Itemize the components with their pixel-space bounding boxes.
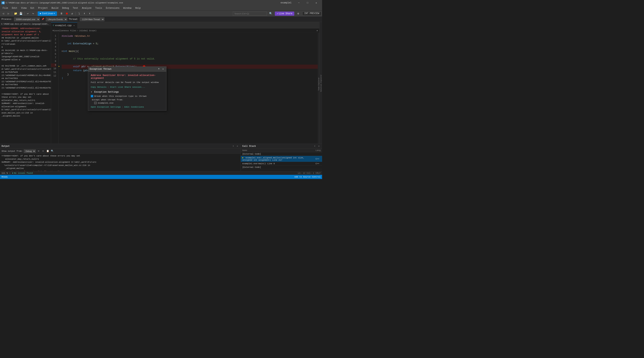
callstack-row-2-lang: C++ [314, 156, 322, 162]
show-from-select[interactable]: Debug [24, 149, 36, 153]
toolbar-save-btn[interactable]: 💾 [18, 11, 23, 16]
table-row[interactable]: example1.exe!main() Line 9 C++ [241, 162, 322, 165]
line-num-1: 1 [51, 34, 56, 38]
toolbar-redo-btn[interactable]: ↪ [31, 11, 36, 16]
exception-close-button[interactable]: ✕ [161, 67, 165, 71]
output-toolbar-btn3[interactable]: 📋 [46, 149, 49, 153]
lifecycle-select[interactable]: Lifecycle Events [46, 18, 67, 21]
output-line-3: SUMMARY: AddressSanitizer: invalid-alloc… [2, 161, 239, 164]
menu-view[interactable]: View [19, 6, 28, 10]
active-frame-icon: ▶ [242, 157, 244, 159]
menu-build[interactable]: Build [50, 6, 60, 10]
menu-edit[interactable]: Edit [10, 6, 19, 10]
code-line-4 [62, 46, 319, 49]
line-num-12: 12 [51, 74, 56, 78]
callstack-row-2-name: ▶ example1.exe!_aligned_malloc(unsigned … [241, 156, 314, 162]
menu-git[interactable]: Git [28, 6, 36, 10]
toolbar-step-into-btn[interactable]: ⬇ [82, 11, 87, 16]
open-exception-settings-link[interactable]: Open Exception Settings [91, 106, 121, 108]
toolbar-open-btn[interactable]: 📁 [13, 11, 18, 16]
toolbar-forward-btn[interactable]: ▷ [6, 11, 11, 16]
toolbar-stop-btn[interactable]: ⏹ [64, 11, 69, 16]
callstack-col-name[interactable]: Name [241, 149, 314, 152]
output-panel-controls: ⬆ ✕ [232, 144, 239, 148]
code-line-6 [62, 53, 319, 57]
callstack-row-3-name: example1.exe!main() Line 9 [241, 162, 314, 165]
terminal-line-2: #0 0x161723 in _aligned_malloc D:\A01\_w… [2, 36, 49, 46]
menu-window[interactable]: Window [122, 6, 133, 10]
int-preview-button[interactable]: INT PREVIEW [302, 12, 321, 16]
table-row[interactable]: [External Code] [241, 165, 322, 169]
menu-analyze[interactable]: Analyze [80, 6, 93, 10]
menu-tools[interactable]: Tools [94, 6, 104, 10]
continue-button[interactable]: ▶ Continue ▼ [38, 11, 57, 16]
output-toolbar-btn2[interactable]: ⊟ [42, 149, 45, 153]
table-row[interactable]: ▶ example1.exe!_aligned_malloc(unsigned … [241, 156, 322, 162]
toolbar-restart-btn[interactable]: ↺ [70, 11, 74, 16]
toolbar-undo-btn[interactable]: ↩ [25, 11, 30, 16]
menu-project[interactable]: Project [36, 6, 50, 10]
breadcrumb-source: Miscellaneous Files [52, 30, 76, 32]
search-input[interactable] [233, 12, 267, 16]
callstack-row-4-lang [314, 165, 322, 169]
table-row[interactable]: [External Code] [241, 152, 322, 156]
toolbar-step-out-btn[interactable]: ⬆ [87, 11, 92, 16]
title-bar-left: C:\MSDN\cpp-docs-pr\docs\c-language\ASAN… [2, 1, 123, 4]
menu-debug[interactable]: Debug [60, 6, 71, 10]
window-controls: ─ □ ✕ [294, 0, 320, 6]
menu-help[interactable]: Help [133, 6, 142, 10]
live-share-icon: ↗ [277, 12, 278, 15]
toolbar-sep-3 [36, 12, 37, 16]
editor-tab-example1[interactable]: C example1.cpp ✕ [51, 22, 77, 28]
output-line-5: _aligned_malloc [2, 167, 239, 170]
break-when-thrown-checkbox[interactable] [91, 95, 93, 97]
pin-icon: 📌 [42, 18, 44, 21]
line-num-7: 7 [51, 56, 56, 60]
exception-pin-button[interactable]: 🖈 [157, 67, 160, 71]
continue-dropdown-icon[interactable]: ▼ [54, 13, 55, 15]
close-button[interactable]: ✕ [312, 0, 320, 6]
output-toolbar-btn1[interactable]: ⊞ [37, 149, 40, 153]
callstack-close-icon[interactable]: ✕ [317, 144, 320, 148]
menu-file[interactable]: File [1, 6, 10, 10]
example-exe-checkbox[interactable] [94, 102, 97, 104]
zoom-level[interactable]: 111 % [2, 172, 8, 174]
minimize-button[interactable]: ─ [294, 0, 303, 6]
exception-title-label: Exception Thrown [90, 68, 112, 70]
tab-close-button[interactable]: ✕ [73, 24, 75, 27]
solution-explorer-label[interactable]: Solution Explorer [320, 74, 322, 92]
callstack-expand-icon[interactable]: ⬆ [313, 144, 316, 148]
encoding-label: CRLF [316, 172, 320, 174]
callstack-col-lang[interactable]: Lang [314, 149, 322, 152]
copy-details-link[interactable]: Copy Details [91, 86, 106, 88]
thread-select[interactable]: 11204 Main Thread [80, 18, 104, 21]
maximize-button[interactable]: □ [303, 0, 312, 6]
no-issues-label: No issues found [14, 172, 33, 174]
edit-conditions-link[interactable]: Edit Conditions [124, 106, 144, 108]
terminal-line-8: #4 0x77447553 (C:\WINDOWS\SYSTEM32\ntdll… [2, 77, 49, 83]
toolbar-pause-btn[interactable]: ⏸ [59, 11, 64, 16]
menu-test[interactable]: Test [71, 6, 80, 10]
ready-label: Ready [2, 176, 8, 178]
output-close-icon[interactable]: ✕ [236, 144, 239, 148]
process-select[interactable]: 50984 example1.exe [14, 18, 40, 21]
toolbar-right: 🔍 ↗ Live Share ⚙ INT PREVIEW [233, 11, 321, 16]
output-line-2: allocator_may_return_null=1 [2, 158, 239, 161]
breadcrumb-scope: (Global Scope) [79, 30, 96, 32]
team-explorer-label[interactable]: Team Explorer [318, 77, 320, 91]
add-source-control-link[interactable]: Add to Source Control [294, 176, 320, 178]
terminal-line-1: =59984==ERROR: AddressSanitizer: invalid… [2, 27, 49, 36]
toolbar-settings-icon[interactable]: ⚙ [296, 11, 301, 16]
toolbar-back-btn[interactable]: ◁ [1, 11, 6, 16]
output-find-icon[interactable]: 🔍 [50, 149, 54, 153]
example-exe-row: example1.exe [94, 102, 164, 104]
callstack-table: Name Lang [External Code] ▶ example1.exe… [241, 149, 322, 169]
menu-extensions[interactable]: Extensions [104, 6, 122, 10]
exception-popup: Exception Thrown 🖈 ✕ Address Sanitizer E… [88, 67, 166, 111]
live-share-button[interactable]: ↗ Live Share [275, 12, 294, 16]
output-expand-icon[interactable]: ⬆ [232, 144, 235, 148]
search-icon[interactable]: 🔍 [268, 11, 273, 16]
toolbar-step-over-btn[interactable]: ⤵ [76, 11, 82, 16]
live-share-session-link[interactable]: Start Live Share session... [110, 86, 145, 88]
terminal-panel: C:\MSDN\cpp-docs-pr\docs\c-language\ASAN… [0, 22, 51, 144]
